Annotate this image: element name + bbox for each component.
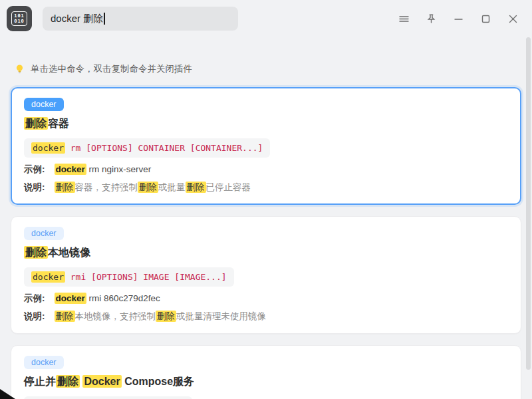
maximize-button[interactable] (479, 13, 491, 25)
text-segment: 容器，支持强制 (75, 182, 138, 192)
text-segment: rm nginx-server (86, 164, 152, 174)
top-bar: 101 010 docker 删除 (0, 0, 532, 37)
search-highlight: Docker (82, 375, 121, 388)
close-button[interactable] (507, 13, 519, 25)
search-highlight: 删除 (138, 182, 158, 193)
search-highlight: 删除 (56, 375, 80, 388)
hint-text: 单击选中命令，双击复制命令并关闭插件 (31, 63, 192, 75)
main-content: 单击选中命令，双击复制命令并关闭插件 docker 删除容器 docker rm… (0, 63, 532, 399)
text-segment: 本地镜像 (48, 247, 90, 258)
app-logo-icon: 101 010 (7, 6, 32, 31)
command-example-row: 示例:docker rm nginx-server (24, 164, 508, 176)
command-title: 删除容器 (24, 117, 508, 131)
search-input[interactable]: docker 删除 (43, 7, 238, 31)
text-caret (104, 13, 105, 25)
search-highlight: 删除 (24, 246, 48, 259)
lightbulb-icon (15, 64, 25, 74)
search-highlight: docker (55, 293, 86, 304)
command-card[interactable]: docker 停止并删除 Docker Compose服务 docker com… (11, 345, 521, 399)
command-description-row: 说明:删除本地镜像，支持强制删除或批量清理未使用镜像 (24, 311, 508, 323)
text-segment: 已停止容器 (206, 182, 251, 192)
pushpin-icon (426, 13, 437, 25)
hamburger-icon (398, 13, 410, 25)
minimize-icon (453, 13, 464, 25)
search-highlight: docker (31, 271, 65, 283)
command-list: docker 删除容器 docker rm [OPTIONS] CONTAINE… (11, 87, 521, 399)
search-highlight: 删除 (156, 311, 176, 322)
category-badge: docker (24, 98, 64, 111)
description-label: 说明: (24, 182, 45, 192)
text-segment: rm [OPTIONS] CONTAINER [CONTAINER...] (65, 143, 263, 153)
text-segment: 或批量清理未使用镜像 (176, 311, 266, 321)
window-controls (398, 13, 519, 25)
hint-bar: 单击选中命令，双击复制命令并关闭插件 (15, 63, 517, 75)
command-description-row: 说明:删除容器，支持强制删除或批量删除已停止容器 (24, 182, 508, 194)
minimize-button[interactable] (452, 13, 464, 25)
scrollbar-thumb[interactable] (526, 37, 531, 370)
menu-button[interactable] (398, 13, 410, 25)
pin-button[interactable] (425, 13, 437, 25)
logo-line-1: 101 (14, 13, 25, 19)
search-highlight: 删除 (55, 311, 75, 322)
search-input-value: docker 删除 (51, 13, 103, 25)
maximize-icon (480, 13, 491, 25)
command-code: docker rmi [OPTIONS] IMAGE [IMAGE...] (24, 267, 234, 287)
category-badge: docker (24, 356, 64, 369)
text-segment: 或批量 (158, 182, 186, 192)
command-title: 停止并删除 Docker Compose服务 (24, 375, 508, 389)
text-segment: Compose服务 (122, 376, 194, 387)
command-example-row: 示例:docker rmi 860c279d2fec (24, 293, 508, 305)
binary-logo-glyph: 101 010 (11, 11, 27, 26)
logo-line-2: 010 (14, 19, 25, 24)
search-highlight: 删除 (55, 182, 75, 193)
search-highlight: 删除 (186, 182, 206, 193)
command-card[interactable]: docker 删除本地镜像 docker rmi [OPTIONS] IMAGE… (11, 216, 521, 334)
command-card[interactable]: docker 删除容器 docker rm [OPTIONS] CONTAINE… (11, 87, 521, 205)
search-highlight: docker (31, 142, 65, 154)
text-segment: 本地镜像，支持强制 (75, 311, 156, 321)
text-segment: 容器 (48, 118, 69, 129)
text-segment: 停止并 (24, 376, 56, 387)
close-icon (507, 13, 519, 25)
command-title: 删除本地镜像 (24, 246, 508, 260)
example-label: 示例: (24, 293, 45, 303)
mouse-cursor (0, 387, 16, 399)
description-label: 说明: (24, 311, 45, 321)
command-code: docker compose down [OPTIONS] (24, 396, 192, 399)
text-segment: rmi [OPTIONS] IMAGE [IMAGE...] (65, 272, 227, 282)
example-label: 示例: (24, 164, 45, 174)
command-code: docker rm [OPTIONS] CONTAINER [CONTAINER… (24, 138, 270, 158)
search-highlight: 删除 (24, 117, 48, 130)
text-segment: rmi 860c279d2fec (86, 293, 160, 303)
category-badge: docker (24, 227, 64, 240)
search-highlight: docker (55, 164, 86, 175)
